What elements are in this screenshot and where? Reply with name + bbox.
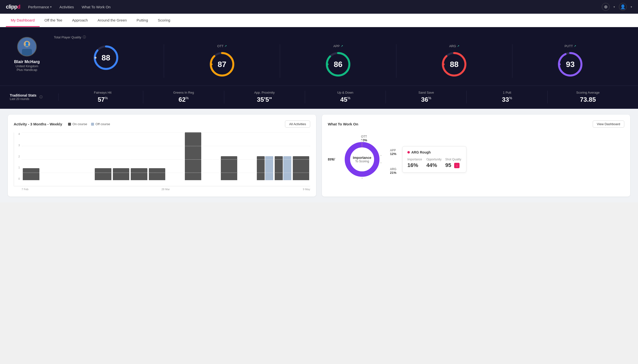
grid-line-1	[22, 172, 310, 173]
total-score-value: 88	[102, 53, 110, 62]
wtwo-card-header: What To Work On View Dashboard	[328, 120, 624, 128]
activity-chart-card: Activity - 3 Months - Weekly On course O…	[8, 115, 316, 196]
trad-stats-subtitle: Last 20 rounds	[10, 97, 37, 101]
nav-right: ⊕ ▾ 👤 ▾	[602, 3, 632, 11]
stat-app-proximity: App. Proximity 35'5"	[224, 91, 305, 104]
tab-approach[interactable]: Approach	[67, 14, 93, 27]
app-score-value: 86	[334, 60, 342, 69]
score-ott: OTT ↗ 87	[164, 44, 280, 78]
putt-trend-icon: ↗	[574, 44, 576, 48]
info-card-title: ARG Rough	[407, 150, 461, 154]
bar-oncourse	[131, 168, 147, 180]
stat-up-down: Up & Down 45%	[305, 91, 386, 104]
bar-group	[257, 156, 274, 180]
player-name: Blair McHarg	[14, 60, 40, 64]
bar-oncourse	[221, 156, 238, 180]
x-label-feb: 7 Feb	[22, 188, 28, 191]
score-app: APP ↗ 86	[280, 44, 396, 78]
greens-in-reg-value: 62	[178, 96, 185, 103]
scoring-avg-value: 73.85	[580, 96, 596, 103]
bar-group	[239, 180, 255, 180]
bar-group	[23, 168, 39, 180]
bar-group	[113, 168, 129, 180]
bar-oncourse	[113, 168, 129, 180]
score-arg: ARG ↗ 88	[396, 44, 512, 78]
donut-dot-right-top	[380, 154, 382, 156]
plus-icon: ⊕	[604, 4, 608, 10]
app-trend-icon: ↗	[341, 44, 343, 48]
svg-rect-2	[22, 49, 32, 56]
oncourse-dot	[68, 123, 71, 126]
hero-section: 👤 Blair McHarg United Kingdom Plus Handi…	[0, 27, 638, 86]
grid-line-4	[22, 132, 310, 133]
bar-oncourse	[293, 156, 309, 180]
what-to-work-on-card: What To Work On View Dashboard PUTT 57% …	[322, 115, 630, 196]
shot-quality-badge: ↓	[454, 163, 460, 168]
arg-donut-label: ARG 21%	[390, 168, 396, 174]
x-label-may: 9 May	[303, 188, 310, 191]
bar-oncourse	[23, 168, 39, 180]
putt-ring: 93	[557, 51, 584, 78]
info-metrics: Importance 16% Opportunity 44% Shot Qual…	[407, 158, 461, 168]
arg-label: ARG ↗	[449, 44, 459, 48]
logo[interactable]: clippd	[6, 4, 20, 10]
bar-oncourse	[275, 156, 283, 180]
stat-sand-save: Sand Save 36%	[386, 91, 467, 104]
app-proximity-value: 35'5"	[257, 96, 272, 103]
ott-label: OTT ↗	[217, 44, 227, 48]
tab-my-dashboard[interactable]: My Dashboard	[6, 14, 40, 27]
view-dashboard-button[interactable]: View Dashboard	[593, 120, 624, 128]
chevron-down-icon-nav: ▾	[613, 6, 615, 8]
nav-performance[interactable]: Performance ▾	[28, 5, 52, 9]
nav-what-to-work-on[interactable]: What To Work On	[82, 5, 111, 9]
bar-group	[185, 132, 201, 180]
importance-metric: Importance 16%	[407, 158, 423, 168]
stat-scoring-avg: Scoring Average 73.85	[548, 91, 628, 104]
score-total: 88	[54, 44, 164, 78]
info-icon[interactable]: ⓘ	[83, 35, 86, 39]
bar-group	[131, 168, 147, 180]
chart-legend: On course Off course	[68, 122, 110, 126]
ott-trend-icon: ↗	[225, 44, 227, 48]
y-axis: 4 3 2 1 0	[14, 132, 21, 180]
chevron-down-icon: ▾	[50, 6, 52, 8]
putt-label: PUTT ↗	[565, 44, 576, 48]
bar-oncourse	[257, 156, 265, 180]
tab-scoring[interactable]: Scoring	[153, 14, 175, 27]
tab-off-the-tee[interactable]: Off the Tee	[40, 14, 67, 27]
wtwo-title: What To Work On	[328, 122, 358, 126]
up-down-value: 45	[340, 96, 347, 103]
player-country: United Kingdom	[16, 64, 39, 68]
legend-oncourse: On course	[68, 122, 87, 126]
user-menu-button[interactable]: 👤	[619, 3, 627, 11]
app-ring: 86	[325, 51, 352, 78]
add-button[interactable]: ⊕	[602, 3, 610, 11]
bar-group	[167, 180, 183, 180]
fairways-hit-value: 57	[98, 96, 105, 103]
opportunity-metric: Opportunity 44%	[426, 158, 442, 168]
nav-activities[interactable]: Activities	[60, 5, 74, 9]
stat-greens-in-reg: Greens In Reg 62%	[143, 91, 224, 104]
tab-putting[interactable]: Putting	[132, 14, 153, 27]
bar-oncourse	[95, 168, 111, 180]
grid-line-2	[22, 160, 310, 160]
stats-label-section: Traditional Stats Last 20 rounds ⓘ	[10, 94, 59, 101]
grid-line-3	[22, 146, 310, 146]
tab-around-the-green[interactable]: Around the Green	[93, 14, 132, 27]
bar-group	[149, 168, 165, 180]
scores-section: Total Player Quality ⓘ 88 OTT	[54, 35, 628, 78]
trad-stats-info-icon[interactable]: ⓘ	[39, 95, 43, 99]
bar-group	[203, 180, 219, 180]
trad-stats-title: Traditional Stats	[10, 94, 37, 97]
app-label: APP ↗	[333, 44, 343, 48]
svg-text:👤: 👤	[25, 42, 30, 47]
offcourse-dot	[91, 123, 94, 126]
total-ring: 88	[93, 44, 119, 71]
user-icon: 👤	[620, 4, 625, 10]
all-activities-button[interactable]: All Activities	[285, 120, 310, 128]
info-card-dot	[407, 151, 410, 154]
avatar: 👤	[17, 37, 37, 56]
svg-point-18	[559, 63, 561, 65]
bar-oncourse	[149, 168, 165, 180]
chart-card-header: Activity - 3 Months - Weekly On course O…	[14, 120, 310, 128]
